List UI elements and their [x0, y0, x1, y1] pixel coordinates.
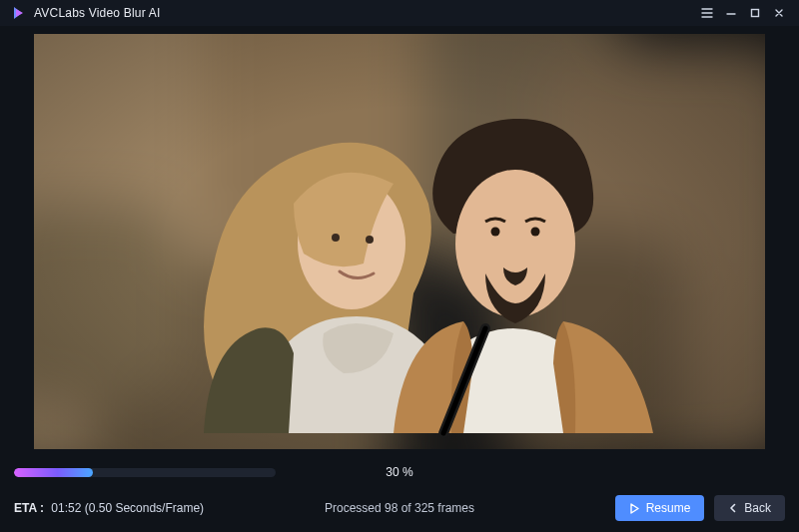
- back-button[interactable]: Back: [714, 495, 785, 521]
- progress-fill: [14, 468, 93, 477]
- play-icon: [629, 503, 640, 514]
- svg-point-6: [531, 228, 540, 237]
- bottom-bar: ETA : 01:52 (0.50 Seconds/Frame) Process…: [0, 485, 799, 521]
- progress-percent: 30 %: [290, 465, 509, 479]
- app-logo-icon: [10, 5, 26, 21]
- eta-label: ETA :: [14, 501, 44, 515]
- svg-point-3: [366, 236, 374, 244]
- resume-button-label: Resume: [646, 501, 691, 515]
- back-button-label: Back: [744, 501, 771, 515]
- maximize-icon[interactable]: [743, 1, 767, 25]
- eta-block: ETA : 01:52 (0.50 Seconds/Frame): [14, 501, 204, 515]
- resume-button[interactable]: Resume: [615, 495, 705, 521]
- chevron-left-icon: [728, 503, 738, 513]
- preview-container: [0, 26, 799, 453]
- preview-subjects: [34, 34, 765, 449]
- svg-point-5: [491, 228, 500, 237]
- progress-row: 30 %: [0, 453, 799, 485]
- video-preview: [34, 34, 765, 449]
- app-title: AVCLabs Video Blur AI: [34, 6, 161, 20]
- minimize-icon[interactable]: [719, 1, 743, 25]
- title-bar: AVCLabs Video Blur AI: [0, 0, 799, 26]
- progress-track: [14, 468, 276, 477]
- svg-point-4: [455, 170, 575, 317]
- menu-icon[interactable]: [695, 1, 719, 25]
- close-icon[interactable]: [767, 1, 791, 25]
- eta-value: 01:52 (0.50 Seconds/Frame): [51, 501, 204, 515]
- svg-rect-0: [752, 10, 759, 17]
- svg-point-2: [332, 234, 340, 242]
